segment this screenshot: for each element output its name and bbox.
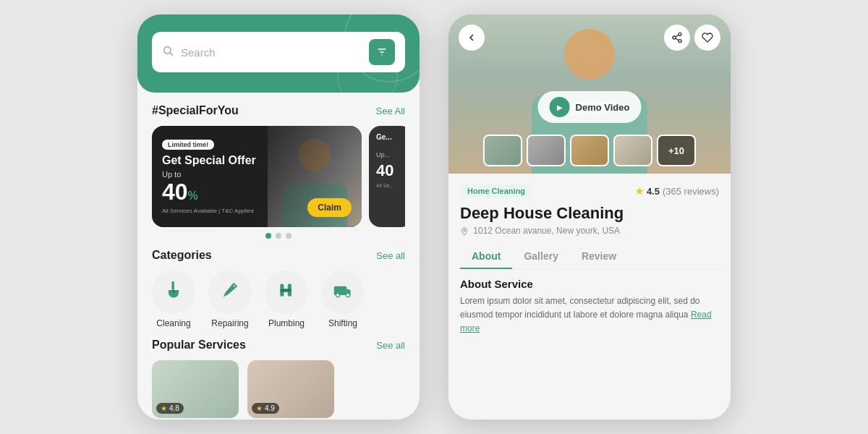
plumbing-icon-wrap [265, 271, 308, 314]
categories-header: Categories See all [152, 249, 405, 262]
claim-button[interactable]: Claim [307, 198, 352, 217]
partial-card-smalltext: All Se... [369, 180, 405, 191]
category-repairing[interactable]: Repairing [208, 271, 252, 328]
about-text: Lorem ipsum dolor sit amet, consectetur … [460, 294, 719, 336]
pipe-icon [276, 280, 297, 305]
shifting-icon-wrap [321, 271, 365, 314]
demo-video-button[interactable]: ▶ Demo Video [538, 91, 642, 123]
tab-about-label: About [472, 250, 501, 262]
promo-card-partial: Ge... Up... 40 All Se... [369, 126, 405, 227]
phone-body: #SpecialForYou See All Limited time! Get… [137, 93, 420, 420]
repairing-label: Repairing [211, 318, 248, 328]
tabs-row: About Gallery Review [460, 244, 719, 269]
svg-point-19 [464, 229, 466, 231]
detail-image: ▶ Demo Video +10 [448, 14, 731, 174]
rating-row: ★ 4.5 (365 reviews) [635, 186, 719, 197]
address-text: 1012 Ocean avanue, New yourk, USA [473, 226, 620, 236]
service-rating-1: ★ 4.8 [156, 403, 184, 414]
partial-card-discount: 40 [369, 161, 405, 180]
thumbnail-4[interactable] [613, 135, 652, 166]
promo-scroll: Limited time! Get Special Offer Up to 40… [152, 126, 405, 227]
tab-review-label: Review [582, 250, 616, 262]
demo-video-label: Demo Video [576, 102, 630, 113]
rating-value-2: 4.9 [265, 404, 275, 412]
special-section-title: #SpecialForYou [152, 104, 239, 117]
categories-row: Cleaning Repairing [152, 271, 405, 328]
cleaning-label: Cleaning [156, 318, 190, 328]
thumbnails-row: +10 [483, 135, 696, 166]
category-shifting[interactable]: Shifting [321, 271, 365, 328]
promo-card-main[interactable]: Limited time! Get Special Offer Up to 40… [152, 126, 362, 227]
search-icon [162, 45, 174, 59]
rating-value-1: 4.8 [169, 404, 179, 412]
promo-title: Get Special Offer [162, 154, 256, 167]
rating-value: 4.5 [647, 186, 660, 197]
partial-card-subtext: Up... [369, 148, 405, 161]
svg-rect-6 [172, 290, 175, 293]
categories-section: Categories See all Cleaning [152, 249, 405, 328]
special-section-header: #SpecialForYou See All [152, 104, 405, 117]
promo-up-to: Up to [162, 170, 256, 179]
svg-point-13 [346, 293, 349, 297]
category-tag: Home Cleaning [460, 184, 532, 198]
rating-reviews: (365 reviews) [663, 186, 719, 197]
star-icon-2: ★ [256, 404, 263, 412]
cleaning-icon-wrap [152, 271, 195, 314]
thumbnails-more[interactable]: +10 [657, 135, 696, 166]
phone-header: Search [137, 14, 420, 93]
thumbnail-3[interactable] [570, 135, 609, 166]
pagination-dots [152, 233, 405, 239]
promo-content: Limited time! Get Special Offer Up to 40… [162, 126, 256, 227]
detail-person-head [564, 29, 615, 80]
play-icon: ▶ [550, 97, 570, 117]
svg-line-1 [170, 53, 173, 56]
svg-rect-5 [171, 281, 174, 290]
popular-header: Popular Services See all [152, 339, 405, 352]
popular-section: Popular Services See all ★ 4.8 ★ 4.9 [152, 339, 405, 418]
promo-discount: 40% [162, 180, 256, 203]
truck-icon [333, 280, 353, 305]
svg-point-0 [164, 47, 171, 54]
thumbnail-1[interactable] [483, 135, 522, 166]
svg-line-17 [676, 38, 679, 41]
back-button[interactable] [459, 25, 485, 51]
service-card-1[interactable]: ★ 4.8 [152, 360, 239, 418]
thumbnail-2[interactable] [527, 135, 566, 166]
service-card-2[interactable]: ★ 4.9 [247, 360, 334, 418]
detail-meta: Home Cleaning ★ 4.5 (365 reviews) [460, 184, 719, 198]
rating-star: ★ [635, 186, 644, 197]
promo-percent: % [188, 190, 198, 202]
special-see-all[interactable]: See All [376, 106, 405, 116]
tab-about[interactable]: About [460, 244, 512, 269]
promo-small-text: All Services Available | T&C Applied [162, 208, 256, 214]
categories-title: Categories [152, 249, 212, 262]
search-bar[interactable]: Search [152, 32, 405, 72]
about-body-text: Lorem ipsum dolor sit amet, consectetur … [460, 296, 700, 320]
broom-icon [163, 280, 184, 305]
limited-badge: Limited time! [162, 140, 214, 150]
share-button[interactable] [664, 25, 690, 51]
tab-gallery[interactable]: Gallery [512, 244, 569, 269]
repairing-icon-wrap [208, 271, 252, 314]
svg-rect-10 [280, 289, 292, 292]
shifting-label: Shifting [328, 318, 357, 328]
detail-address: 1012 Ocean avanue, New yourk, USA [460, 226, 719, 236]
service-rating-2: ★ 4.9 [252, 403, 279, 414]
svg-point-14 [678, 33, 681, 35]
tab-gallery-label: Gallery [524, 250, 558, 262]
plumbing-label: Plumbing [268, 318, 305, 328]
popular-row: ★ 4.8 ★ 4.9 [152, 360, 405, 418]
filter-button[interactable] [369, 39, 395, 65]
about-title: About Service [460, 278, 719, 290]
category-cleaning[interactable]: Cleaning [152, 271, 195, 328]
partial-card-text: Ge... [369, 126, 405, 148]
svg-point-12 [336, 293, 339, 297]
phone-left: Search #SpecialForYou See All Limited ti… [137, 14, 420, 420]
tab-review[interactable]: Review [570, 244, 628, 269]
svg-point-15 [673, 36, 676, 39]
categories-see-all[interactable]: See all [376, 250, 405, 261]
popular-see-all[interactable]: See all [376, 340, 405, 351]
favorite-button[interactable] [694, 25, 720, 51]
category-plumbing[interactable]: Plumbing [265, 271, 308, 328]
dot-2 [276, 233, 281, 239]
